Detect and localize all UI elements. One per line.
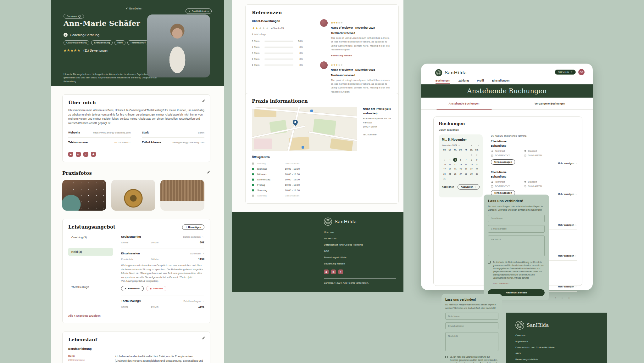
calendar-day[interactable]: 19 xyxy=(452,167,458,171)
calendar-day[interactable]: 16 xyxy=(474,162,480,167)
pagination-item[interactable]: > xyxy=(561,297,564,299)
add-service-button[interactable]: +Hinzufügen xyxy=(182,224,204,230)
practice-photo-singing-bowl[interactable] xyxy=(111,180,155,211)
calendar-day[interactable]: 4 xyxy=(447,158,452,162)
calendar-day[interactable] xyxy=(474,177,480,181)
calendar-day[interactable] xyxy=(452,153,458,157)
show-more-link[interactable]: Mehr anzeigen xyxy=(558,162,577,165)
show-more-link[interactable]: Mehr anzeigen xyxy=(558,224,577,226)
footer-link[interactable]: Datenschutz- und Cookie Richtlinie xyxy=(324,243,396,246)
nav-item[interactable]: Einstellungen xyxy=(492,79,510,84)
calendar-day[interactable]: 21 xyxy=(464,167,469,171)
facebook-icon[interactable]: f xyxy=(83,152,88,157)
calendar-day[interactable]: 2 xyxy=(474,153,480,157)
edit-photos-icon[interactable] xyxy=(207,170,210,174)
cancel-appointment-button[interactable]: Termin absagen xyxy=(491,159,515,165)
message-input[interactable] xyxy=(445,332,498,351)
calendar-day[interactable]: 13 xyxy=(458,162,463,167)
show-more-link[interactable]: Mehr anzeigen xyxy=(558,193,577,196)
linkedin-icon[interactable]: in xyxy=(76,152,81,157)
name-input[interactable] xyxy=(445,313,498,320)
service-toggle[interactable]: Details anfragen xyxy=(183,300,204,303)
calendar-day[interactable] xyxy=(447,153,452,157)
footer-link[interactable]: Datenschutz- und Cookie Richtlinie xyxy=(515,346,607,349)
change-photo-button[interactable]: Profilbild ändern xyxy=(186,9,212,14)
instagram-icon[interactable]: ◉ xyxy=(324,269,329,274)
footer-link[interactable]: Über uns xyxy=(324,231,396,234)
email-input[interactable] xyxy=(488,225,545,233)
calendar-day[interactable]: 6 xyxy=(458,158,463,162)
name-input[interactable] xyxy=(488,215,545,222)
delete-service-button[interactable]: Löschen xyxy=(146,286,166,291)
calendar-day[interactable]: 26 xyxy=(452,172,458,176)
calendar-day[interactable]: 27 xyxy=(458,172,463,176)
app-logo[interactable]: SanHilda xyxy=(435,69,467,77)
calendar-day[interactable]: 15 xyxy=(469,162,474,167)
edit-about-icon[interactable] xyxy=(202,99,205,103)
calendar-day[interactable] xyxy=(458,153,463,157)
edit-cv-icon[interactable] xyxy=(202,336,205,340)
footer-link[interactable]: Impressum xyxy=(515,340,607,343)
footer-link[interactable]: Impressum xyxy=(324,237,396,240)
service-toggle[interactable]: Schließen xyxy=(190,252,204,255)
practice-map[interactable] xyxy=(252,107,357,151)
practice-photo-massage[interactable] xyxy=(62,180,106,211)
edit-service-button[interactable]: Bearbeiten xyxy=(121,286,144,291)
email-value[interactable]: hello@energy-coaching.com xyxy=(172,141,204,144)
service-category[interactable]: ThetaHealing® xyxy=(68,283,113,291)
calendar-day[interactable]: 23 xyxy=(474,167,480,171)
pagination-item[interactable]: 7 xyxy=(554,297,557,299)
calendar-day[interactable]: 14 xyxy=(464,162,469,167)
calendar-day[interactable] xyxy=(469,177,474,181)
youtube-icon[interactable]: ▶ xyxy=(68,152,73,157)
consent-checkbox[interactable] xyxy=(488,261,491,264)
user-avatar[interactable]: OP xyxy=(578,69,585,75)
calendar-day[interactable]: 3 xyxy=(442,158,447,162)
calendar-day[interactable]: 17 xyxy=(442,167,447,171)
show-all-services-link[interactable]: Alle 4 Angebote anzeigen xyxy=(68,314,101,317)
footer-link[interactable]: ABG xyxy=(515,352,607,355)
calendar-cancel-button[interactable]: Abbrechen xyxy=(442,185,454,188)
calendar-day[interactable]: 18 xyxy=(447,167,452,171)
booking-tab[interactable]: Anstehende Buchungen xyxy=(421,98,507,109)
footer-link[interactable]: Bewertung melden xyxy=(324,262,396,265)
calendar-day[interactable] xyxy=(447,177,452,181)
calendar-day[interactable]: 9 xyxy=(474,158,480,162)
nav-item[interactable]: Profil xyxy=(477,79,484,84)
calendar-day[interactable]: 11 xyxy=(447,162,452,167)
booking-tab[interactable]: Vergangene Buchungen xyxy=(507,98,593,109)
rating-count[interactable]: (11) Bewertungen xyxy=(83,49,108,52)
footer-link[interactable]: Bewertungsrichtlinie xyxy=(515,358,607,361)
calendar-day[interactable]: 31 xyxy=(442,177,447,181)
calendar-day[interactable]: 22 xyxy=(469,167,474,171)
service-category[interactable]: Reiki (3) xyxy=(68,248,113,256)
service-category[interactable]: Coaching (3) xyxy=(68,234,113,241)
edit-profile-button[interactable]: Bearbeiten xyxy=(125,7,142,10)
calendar-select-button[interactable]: Auswählen xyxy=(458,184,480,190)
calendar-day[interactable] xyxy=(442,153,447,157)
calendar-day[interactable]: 24 xyxy=(442,172,447,176)
linkedin-icon[interactable]: in xyxy=(331,269,336,274)
calendar-day[interactable]: 7 xyxy=(464,158,469,162)
footer-link[interactable]: Bewertungsrichtlinie xyxy=(324,256,396,259)
calendar-day[interactable]: 12 xyxy=(452,162,458,167)
calendar-day[interactable]: 20 xyxy=(458,167,463,171)
next-month-icon[interactable] xyxy=(478,145,480,146)
calendar-day[interactable]: 30 xyxy=(474,172,480,176)
message-input[interactable] xyxy=(488,235,545,256)
footer-link[interactable]: ABG xyxy=(324,250,396,252)
calendar-day[interactable] xyxy=(464,153,469,157)
prev-month-icon[interactable] xyxy=(471,145,473,146)
privacy-link[interactable]: Zum Datenschutz xyxy=(493,282,509,285)
consent-checkbox[interactable] xyxy=(445,356,448,358)
calendar-day[interactable]: 8 xyxy=(469,158,474,162)
calendar-day[interactable]: 28 xyxy=(464,172,469,176)
calendar-day[interactable]: 25 xyxy=(447,172,452,176)
service-toggle[interactable]: Details anzeigen xyxy=(183,235,204,238)
calendar-day[interactable]: 5 xyxy=(453,158,457,162)
facebook-icon[interactable]: f xyxy=(338,269,343,274)
calendar-day[interactable]: 1 xyxy=(469,153,474,157)
show-more-link[interactable]: Mehr anzeigen xyxy=(558,254,577,257)
practice-photo-room[interactable] xyxy=(160,180,204,211)
calendar-day[interactable] xyxy=(452,177,458,181)
